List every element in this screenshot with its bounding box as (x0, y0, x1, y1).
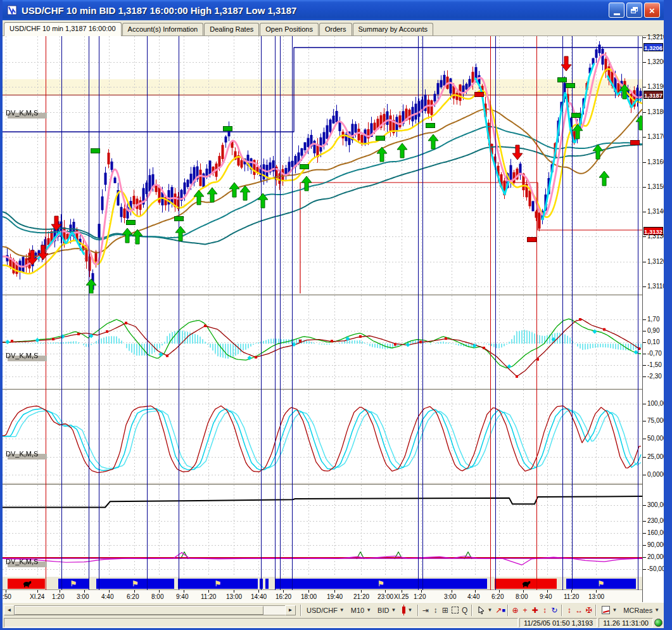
time-axis-label: 18:00 (301, 593, 317, 600)
volume-panel-canvas[interactable] (3, 485, 642, 575)
chevron-down-icon: ▼ (407, 607, 412, 613)
time-tick (159, 590, 160, 593)
indicator-axis-label: 100,000 (647, 400, 670, 407)
time-axis-label: 6:20 (127, 593, 139, 600)
tab-orders[interactable]: Orders (319, 23, 352, 35)
crosshair-icon[interactable]: ✚ (530, 605, 540, 615)
restore-button[interactable] (626, 3, 642, 18)
panel-indicator-label: DV_K,M,S (6, 450, 38, 458)
toolbar-separator (595, 605, 597, 616)
time-axis-label: :50 (3, 593, 11, 600)
indicator-axis-label: 50,000 (647, 435, 667, 442)
pointer-tag-icon[interactable]: ↗■ (495, 605, 505, 615)
scrollbar-track[interactable] (15, 605, 285, 615)
time-axis-label: 1:20 (414, 593, 426, 600)
time-axis-label: XI.24 (30, 593, 44, 600)
cursor-arrow-icon (478, 606, 485, 614)
order-label-green (376, 136, 385, 141)
time-axis-label: 8:00 (151, 593, 163, 600)
tab-open-positions[interactable]: Open Positions (260, 23, 319, 35)
symbol-dropdown[interactable]: USD/CHF ▼ (303, 605, 348, 616)
session-strip: ⚑⚑⚑⚑⚑ (3, 575, 642, 590)
indicator-axis-label: 0,0000 (647, 471, 667, 478)
price-scale-column[interactable]: 1,32101,32001,31901,31801,31701,31601,31… (642, 36, 664, 602)
panel-indicator-label: DV_K,M,S (6, 558, 38, 565)
quote-mode-icon[interactable]: Q (460, 605, 469, 615)
price-axis-label: 1,3160 (647, 158, 667, 165)
scrollbar-thumb[interactable] (15, 606, 263, 615)
expand-both-icon[interactable]: ✠ (584, 605, 593, 615)
price-type-dropdown[interactable]: BID ▼ (374, 605, 399, 616)
expand-horizontal-icon[interactable]: ↔ (574, 605, 584, 615)
time-axis-label: 6:20 (491, 593, 504, 600)
price-axis-label: 1,3120 (647, 258, 667, 265)
session-segment-bull: ⚑ (566, 579, 636, 589)
symbol-label: USD/CHF (307, 607, 338, 614)
session-segment-bull: ⚑ (275, 579, 487, 589)
status-time-price: 11/25/05 01:50 1,3193 (519, 618, 597, 627)
period-dropdown[interactable]: M10 ▼ (348, 605, 374, 616)
indicator-page-dropdown[interactable]: ▼ (599, 604, 620, 616)
time-tick (452, 590, 452, 593)
time-axis-label: 8:00 (516, 593, 528, 600)
chevron-down-icon: ▼ (654, 607, 659, 613)
axis-tick (643, 112, 646, 113)
time-tick (37, 590, 38, 593)
indicator-axis-label: 0,90 (647, 327, 659, 334)
order-label-green (174, 216, 184, 221)
order-label-green (557, 77, 567, 82)
toolbar-separator (561, 605, 562, 616)
flag-icon: ⚑ (598, 581, 605, 587)
title-bar[interactable]: USD/CHF 10 min BID 1,3187 16:00:00 High … (3, 0, 664, 20)
axis-tick (643, 37, 646, 38)
oscillator-panel-canvas[interactable] (3, 295, 642, 388)
time-tick (283, 590, 284, 593)
chart-style-dropdown[interactable]: ▼ (399, 605, 415, 615)
tab-usd-chf-10-min-1-3187-16-00-00[interactable]: USD/CHF 10 min 1,3187 16:00:00 (4, 22, 122, 36)
time-tick (334, 590, 335, 593)
stochastic-panel-canvas[interactable] (3, 390, 642, 482)
cursor-dropdown[interactable]: ▼ (474, 604, 495, 616)
chevron-down-icon: ▼ (612, 607, 617, 613)
refresh-icon[interactable]: ↻ (550, 605, 559, 615)
time-axis-label: 16:20 (276, 593, 291, 600)
autoscroll-icon[interactable]: ⇥ (421, 605, 430, 615)
time-tick (385, 590, 386, 593)
price-panel-canvas[interactable] (3, 36, 642, 293)
crosshair-vertical-icon[interactable]: ↕ (540, 605, 549, 615)
axis-tick (643, 331, 646, 331)
bear-icon (521, 580, 531, 588)
grid-icon[interactable]: ⊞ (440, 605, 450, 615)
tab-dealing-rates[interactable]: Dealing Rates (204, 23, 259, 35)
expand-vertical-icon[interactable]: ↕ (564, 605, 574, 615)
select-region-icon[interactable] (450, 605, 460, 615)
rates-dropdown[interactable]: MCRates ▼ (620, 605, 662, 616)
indicator-axis-label: -0,70 (647, 350, 662, 357)
indicator-axis-label: 300,00 (647, 501, 667, 508)
time-tick (184, 590, 184, 593)
tab-account-s-information[interactable]: Account(s) Information (122, 23, 204, 35)
horizontal-scrollbar[interactable]: ◄ ► (4, 605, 296, 615)
fit-vertical-icon[interactable]: ↕ (431, 605, 440, 615)
scroll-left-button[interactable]: ◄ (4, 605, 15, 615)
axis-tick (643, 421, 646, 421)
flag-icon: ⚑ (215, 581, 222, 587)
time-tick (596, 590, 597, 593)
indicator-axis-label: -2,30 (647, 373, 662, 380)
tab-summary-by-accounts[interactable]: Summary by Accounts (353, 23, 433, 35)
indicator-axis-label: 20,000 (647, 553, 667, 560)
close-button[interactable]: × (644, 3, 660, 18)
panel-indicator-label: DV_K,M,S (6, 109, 38, 117)
toolbar-separator (507, 605, 509, 616)
minimize-button[interactable] (609, 3, 624, 18)
crosshair-snap-icon[interactable]: + (520, 605, 529, 615)
session-segment-bull: ⚑ (96, 579, 174, 589)
chevron-down-icon: ▼ (487, 607, 492, 613)
axis-tick (643, 342, 646, 343)
scroll-right-button[interactable]: ► (285, 605, 296, 615)
axis-tick (643, 505, 646, 506)
order-label-red (630, 140, 640, 145)
status-clock: 11.26 11:31:00 (599, 618, 653, 627)
zoom-in-icon[interactable]: ⊕ (510, 605, 520, 615)
time-tick (258, 590, 259, 593)
